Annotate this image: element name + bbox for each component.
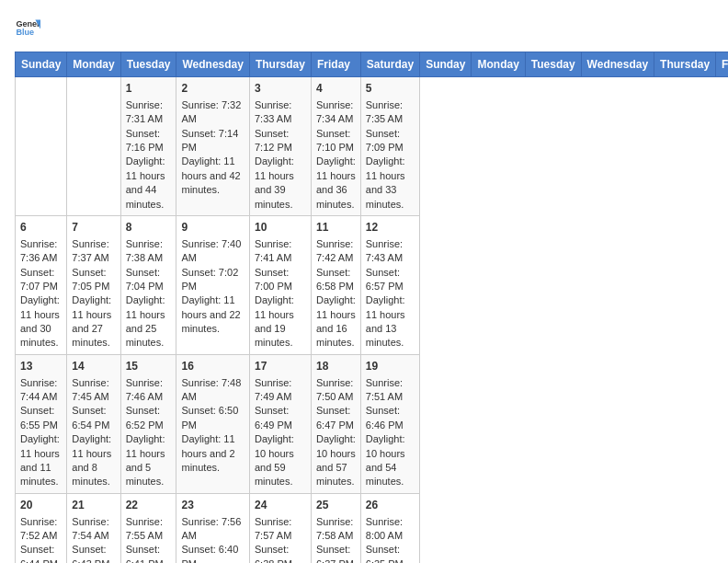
calendar-cell: 16Sunrise: 7:48 AMSunset: 6:50 PMDayligh… [176, 354, 249, 493]
day-info: Daylight: 11 hours and 19 minutes. [255, 293, 306, 350]
day-number: 13 [20, 359, 62, 374]
day-number: 11 [316, 220, 356, 236]
day-number: 4 [316, 81, 356, 97]
header-wednesday: Wednesday [176, 52, 249, 77]
day-info: Sunset: 6:41 PM [126, 543, 172, 563]
day-info: Daylight: 11 hours and 16 minutes. [316, 293, 356, 350]
day-info: Sunset: 7:00 PM [255, 266, 306, 294]
day-info: Daylight: 11 hours and 44 minutes. [126, 155, 172, 212]
day-info: Daylight: 11 hours and 13 minutes. [366, 293, 415, 350]
day-info: Daylight: 11 hours and 25 minutes. [126, 293, 172, 350]
calendar-cell [67, 77, 120, 216]
day-info: Sunset: 7:07 PM [20, 266, 62, 294]
header-saturday: Saturday [360, 52, 419, 77]
calendar-cell: 9Sunrise: 7:40 AMSunset: 7:02 PMDaylight… [176, 215, 249, 354]
day-info: Daylight: 11 hours and 42 minutes. [181, 155, 244, 197]
calendar-cell: 4Sunrise: 7:34 AMSunset: 7:10 PMDaylight… [311, 77, 360, 216]
calendar-cell: 7Sunrise: 7:37 AMSunset: 7:05 PMDaylight… [67, 215, 120, 354]
day-info: Sunrise: 7:41 AM [255, 237, 306, 266]
calendar-cell: 10Sunrise: 7:41 AMSunset: 7:00 PMDayligh… [249, 215, 311, 354]
day-info: Sunrise: 7:33 AM [255, 98, 306, 127]
logo-icon: General Blue [15, 15, 40, 40]
day-info: Sunrise: 7:35 AM [366, 98, 415, 127]
calendar-cell: 3Sunrise: 7:33 AMSunset: 7:12 PMDaylight… [249, 77, 311, 216]
day-info: Sunrise: 7:32 AM [181, 98, 244, 127]
day-number: 6 [20, 220, 62, 236]
day-info: Daylight: 10 hours and 59 minutes. [255, 432, 306, 489]
calendar-table: SundayMondayTuesdayWednesdayThursdayFrid… [15, 52, 728, 563]
day-info: Sunset: 6:54 PM [72, 404, 115, 432]
day-info: Sunrise: 7:54 AM [72, 515, 115, 544]
col-header-monday: Monday [472, 52, 525, 77]
day-number: 22 [126, 498, 172, 513]
svg-text:Blue: Blue [16, 28, 34, 37]
day-info: Sunset: 7:04 PM [126, 266, 172, 294]
day-info: Daylight: 11 hours and 30 minutes. [20, 293, 62, 350]
day-info: Sunset: 6:50 PM [181, 404, 244, 432]
calendar-cell: 21Sunrise: 7:54 AMSunset: 6:43 PMDayligh… [67, 493, 120, 563]
day-info: Sunrise: 7:51 AM [366, 376, 415, 405]
day-number: 5 [366, 81, 415, 97]
calendar-cell: 26Sunrise: 8:00 AMSunset: 6:35 PMDayligh… [360, 493, 419, 563]
calendar-cell: 12Sunrise: 7:43 AMSunset: 6:57 PMDayligh… [360, 215, 419, 354]
calendar-cell: 17Sunrise: 7:49 AMSunset: 6:49 PMDayligh… [249, 354, 311, 493]
day-number: 14 [72, 359, 115, 374]
day-info: Sunset: 6:52 PM [126, 404, 172, 432]
day-number: 1 [126, 81, 172, 97]
day-info: Sunset: 6:57 PM [366, 266, 415, 294]
day-info: Sunset: 6:47 PM [316, 404, 356, 432]
calendar-cell: 23Sunrise: 7:56 AMSunset: 6:40 PMDayligh… [176, 493, 249, 563]
day-number: 20 [20, 498, 62, 513]
calendar-week-4: 20Sunrise: 7:52 AMSunset: 6:44 PMDayligh… [16, 493, 729, 563]
day-info: Sunrise: 7:34 AM [316, 98, 356, 127]
calendar-cell: 13Sunrise: 7:44 AMSunset: 6:55 PMDayligh… [16, 354, 67, 493]
col-header-sunday: Sunday [420, 52, 472, 77]
calendar-header-row: SundayMondayTuesdayWednesdayThursdayFrid… [16, 52, 729, 77]
day-number: 24 [255, 498, 306, 513]
day-info: Daylight: 11 hours and 27 minutes. [72, 293, 115, 350]
day-number: 17 [255, 359, 306, 374]
day-info: Sunrise: 7:38 AM [126, 237, 172, 266]
calendar-cell: 2Sunrise: 7:32 AMSunset: 7:14 PMDaylight… [176, 77, 249, 216]
day-info: Sunset: 6:37 PM [316, 543, 356, 563]
day-number: 19 [366, 359, 415, 374]
day-number: 3 [255, 81, 306, 97]
day-number: 12 [366, 220, 415, 236]
day-number: 16 [181, 359, 244, 374]
calendar-cell: 22Sunrise: 7:55 AMSunset: 6:41 PMDayligh… [120, 493, 176, 563]
day-info: Sunset: 6:44 PM [20, 543, 62, 563]
calendar-week-2: 6Sunrise: 7:36 AMSunset: 7:07 PMDaylight… [16, 215, 729, 354]
day-info: Sunset: 7:14 PM [181, 127, 244, 155]
logo: General Blue [15, 15, 40, 40]
calendar-cell: 8Sunrise: 7:38 AMSunset: 7:04 PMDaylight… [120, 215, 176, 354]
day-info: Sunrise: 7:48 AM [181, 376, 244, 405]
day-number: 10 [255, 220, 306, 236]
day-info: Sunset: 6:35 PM [366, 543, 415, 563]
day-info: Daylight: 11 hours and 5 minutes. [126, 432, 172, 489]
day-info: Sunset: 7:02 PM [181, 266, 244, 294]
calendar-cell: 24Sunrise: 7:57 AMSunset: 6:38 PMDayligh… [249, 493, 311, 563]
calendar-cell: 20Sunrise: 7:52 AMSunset: 6:44 PMDayligh… [16, 493, 67, 563]
page-header: General Blue [15, 15, 713, 40]
calendar-cell: 6Sunrise: 7:36 AMSunset: 7:07 PMDaylight… [16, 215, 67, 354]
day-info: Sunrise: 7:45 AM [72, 376, 115, 405]
day-number: 26 [366, 498, 415, 513]
day-info: Sunrise: 7:50 AM [316, 376, 356, 405]
calendar-week-1: 1Sunrise: 7:31 AMSunset: 7:16 PMDaylight… [16, 77, 729, 216]
day-info: Sunset: 6:55 PM [20, 404, 62, 432]
day-info: Daylight: 11 hours and 33 minutes. [366, 155, 415, 212]
col-header-thursday: Thursday [654, 52, 716, 77]
col-header-wednesday: Wednesday [581, 52, 654, 77]
day-info: Sunrise: 7:42 AM [316, 237, 356, 266]
day-info: Sunrise: 7:56 AM [181, 515, 244, 544]
day-info: Sunrise: 7:57 AM [255, 515, 306, 544]
calendar-cell: 14Sunrise: 7:45 AMSunset: 6:54 PMDayligh… [67, 354, 120, 493]
day-info: Sunset: 6:58 PM [316, 266, 356, 294]
day-info: Sunset: 7:09 PM [366, 127, 415, 155]
day-info: Sunset: 6:46 PM [366, 404, 415, 432]
calendar-week-3: 13Sunrise: 7:44 AMSunset: 6:55 PMDayligh… [16, 354, 729, 493]
day-info: Daylight: 11 hours and 11 minutes. [20, 432, 62, 489]
day-info: Sunrise: 7:43 AM [366, 237, 415, 266]
day-info: Sunset: 7:10 PM [316, 127, 356, 155]
day-info: Daylight: 11 hours and 39 minutes. [255, 155, 306, 212]
